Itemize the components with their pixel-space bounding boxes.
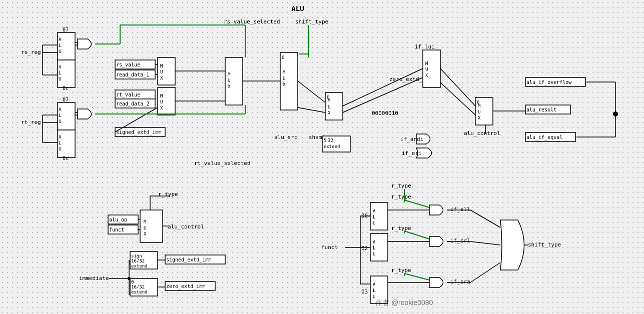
svg-text:U: U (283, 76, 285, 81)
svg-text:A: A (373, 208, 376, 214)
circuit-svg: ALU rs_reg A L U 07 A L U 0c rs_value_se… (0, 0, 644, 314)
and-gate-bottom (78, 109, 92, 119)
rt-reg-label: rt_reg (21, 119, 41, 126)
svg-text:zero_extd_imm: zero_extd_imm (166, 284, 205, 290)
svg-text:U: U (373, 252, 375, 256)
mux-07-label-bot: 07 (63, 97, 69, 102)
mux-rs-upper-label: A (59, 37, 62, 42)
svg-text:alu_op: alu_op (109, 217, 127, 223)
svg-text:U: U (144, 226, 146, 230)
r-type-2-label: r_type (391, 225, 411, 232)
svg-text:U: U (328, 104, 330, 110)
svg-text:M: M (160, 64, 163, 68)
const-02-label: 02 (361, 245, 368, 252)
svg-text:A: A (59, 134, 62, 140)
r-type-label-left: r_type (158, 191, 178, 198)
const-label: 00000010 (372, 110, 398, 116)
svg-text:extend: extend (324, 144, 340, 149)
svg-text:signed_extd_imm: signed_extd_imm (116, 130, 161, 136)
svg-text:L: L (59, 113, 61, 118)
svg-line-124 (470, 242, 500, 245)
or-gate-shift-type (500, 220, 524, 270)
and-gate-sll (429, 205, 443, 215)
svg-text:alu_if_equal: alu_if_equal (526, 134, 562, 140)
svg-text:0: 0 (131, 280, 134, 284)
svg-text:sign: sign (131, 254, 142, 258)
svg-line-119 (404, 274, 429, 280)
svg-line-112 (404, 231, 429, 239)
watermark-text: 作者 @rookie0080 (375, 298, 433, 306)
svg-text:U: U (59, 146, 61, 152)
svg-line-56 (343, 68, 423, 106)
svg-text:M: M (160, 94, 163, 98)
if-lui-label: if_lui (415, 44, 435, 50)
alu-diagram: ALU rs_reg A L U 07 A L U 0c rs_value_se… (0, 0, 644, 314)
funct-label-right: funct (321, 244, 338, 250)
svg-text:0: 0 (477, 100, 479, 105)
r-type-3-label: r_type (391, 267, 411, 274)
svg-text:16/32: 16/32 (131, 284, 145, 290)
svg-text:A: A (373, 282, 376, 287)
svg-text:rt_value: rt_value (116, 92, 140, 98)
svg-text:L: L (59, 140, 61, 146)
const-03-label: 03 (361, 288, 368, 295)
svg-text:L: L (373, 214, 375, 220)
r-type-1-label: r_type (391, 194, 411, 200)
rs-value-selected-label: rs_value_selected (224, 18, 280, 25)
svg-text:16/32: 16/32 (131, 258, 145, 264)
svg-text:U: U (59, 49, 61, 54)
and-gate-srl (429, 236, 443, 246)
mux-0c-label-bot: 0c (63, 156, 69, 161)
svg-text:U: U (59, 119, 61, 124)
svg-text:L: L (59, 43, 61, 48)
mux-07-label-top: 07 (63, 27, 69, 32)
if-andi-label: if_andi (400, 136, 423, 142)
svg-text:L: L (373, 288, 375, 293)
svg-text:alu_if_overflow: alu_if_overflow (526, 80, 572, 86)
svg-text:A: A (59, 107, 62, 112)
svg-text:read_data_2: read_data_2 (116, 101, 149, 107)
mux4 (280, 52, 298, 110)
alu-control-label-top: alu_control (464, 130, 500, 136)
svg-text:U: U (160, 100, 163, 104)
svg-text:X: X (328, 110, 331, 116)
shift-type-output-label: shift_type (528, 242, 561, 248)
svg-text:X: X (228, 84, 231, 89)
svg-text:32: 32 (328, 138, 333, 143)
svg-text:U: U (228, 78, 230, 83)
rs-reg-label: rs_reg (21, 49, 41, 56)
svg-text:L: L (373, 246, 375, 250)
alu-src-label: alu_src (274, 134, 297, 140)
svg-text:U: U (59, 76, 61, 82)
mux-0c-label-top: 0c (63, 86, 69, 91)
if-ori-label: if_ori (402, 150, 422, 156)
and-gate-top (78, 39, 92, 49)
svg-text:M: M (283, 70, 286, 75)
svg-text:X: X (425, 73, 428, 78)
if-sra-label: if_sra (450, 278, 470, 285)
svg-text:0: 0 (282, 55, 284, 60)
svg-text:A: A (373, 240, 376, 244)
immediate-label: immediate (79, 275, 109, 282)
svg-text:X: X (160, 76, 163, 80)
svg-line-105 (404, 200, 429, 208)
r-type-input-label: r_type (391, 182, 411, 189)
svg-line-126 (470, 262, 500, 282)
svg-line-122 (470, 210, 500, 228)
svg-text:X: X (283, 82, 286, 87)
svg-line-51 (298, 108, 325, 112)
svg-text:extend: extend (131, 264, 148, 268)
alu-control-label-bot: alu_control (168, 224, 204, 230)
svg-line-57 (343, 78, 423, 112)
svg-text:funct: funct (109, 227, 124, 232)
svg-text:U: U (478, 110, 480, 114)
svg-text:U: U (160, 70, 163, 74)
svg-text:rs_value: rs_value (116, 62, 140, 68)
svg-text:M: M (425, 61, 428, 66)
svg-line-50 (298, 81, 325, 102)
svg-text:X: X (478, 116, 481, 120)
svg-text:signed_extd_imm: signed_extd_imm (166, 257, 211, 263)
svg-text:L: L (59, 70, 61, 76)
svg-text:extend: extend (131, 290, 148, 294)
svg-text:X: X (144, 232, 147, 236)
